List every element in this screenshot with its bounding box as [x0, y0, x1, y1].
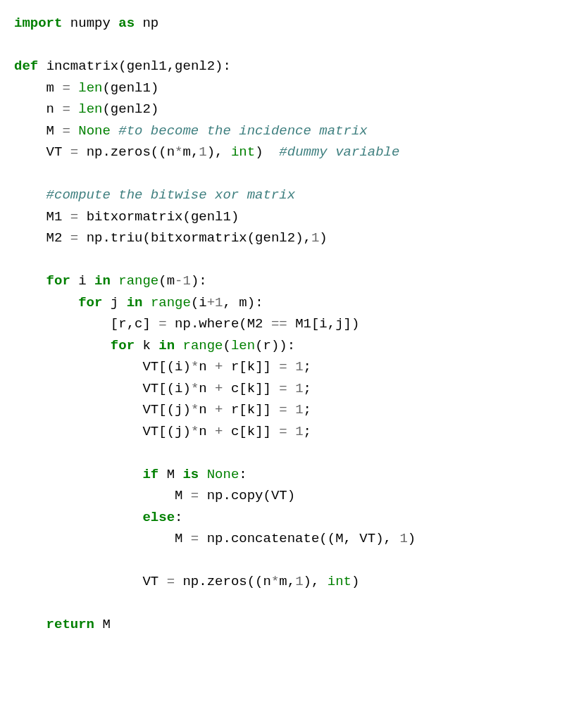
- paren-close: ): [351, 574, 359, 589]
- paren-close: ): [247, 295, 255, 310]
- comma: ,: [344, 531, 351, 546]
- paren-open: (: [328, 531, 335, 546]
- paren-close: ): [304, 574, 311, 589]
- comma: ,: [167, 58, 175, 74]
- var-VT: VT: [46, 144, 63, 160]
- rbracket: ]: [263, 402, 271, 418]
- lbracket: [: [239, 359, 247, 375]
- lbracket: [: [239, 381, 247, 396]
- var-c: c: [231, 424, 239, 439]
- lit-1: 1: [199, 144, 206, 160]
- var-k: k: [247, 359, 255, 375]
- lbracket: [: [158, 424, 166, 439]
- semi: ;: [304, 381, 311, 396]
- paren-close: ): [207, 144, 215, 160]
- star: *: [175, 144, 182, 160]
- bi-int: int: [231, 144, 255, 160]
- comment-dummy: #dummy variable: [279, 144, 399, 160]
- paren-open: (: [167, 424, 175, 439]
- kw-for: for: [46, 273, 70, 289]
- arg-genl1: genl1: [127, 58, 167, 74]
- eq: =: [191, 488, 199, 503]
- star: *: [271, 574, 279, 589]
- kw-in: in: [158, 338, 175, 353]
- paren-open: (: [118, 58, 126, 74]
- lbracket: [: [239, 424, 247, 439]
- lit-1: 1: [295, 381, 303, 396]
- paren-close: ): [375, 531, 383, 546]
- paren-open: (: [263, 488, 271, 503]
- paren-open: (: [158, 273, 166, 289]
- lbracket: [: [111, 316, 118, 332]
- kw-none: None: [78, 123, 111, 139]
- kw-for: for: [78, 295, 102, 310]
- comment-incidence: #to become the incidence matrix: [118, 123, 367, 139]
- paren-close: ): [279, 338, 287, 353]
- paren-open: (: [182, 209, 190, 225]
- lit-1: 1: [183, 273, 191, 289]
- bi-len: len: [78, 101, 102, 117]
- var-n: n: [46, 101, 54, 117]
- var-M2: M2: [247, 316, 263, 332]
- arg-genl1: genl1: [191, 209, 231, 225]
- arg-genl2: genl2: [255, 230, 295, 246]
- paren-open: (: [239, 316, 247, 332]
- var-VT: VT: [142, 574, 158, 589]
- kw-def: def: [14, 58, 38, 74]
- colon: :: [255, 295, 263, 310]
- comma: ,: [328, 316, 335, 332]
- var-n: n: [199, 381, 206, 396]
- plus: +: [215, 424, 223, 439]
- paren-open: (: [142, 230, 150, 246]
- lit-1: 1: [311, 230, 319, 246]
- var-VT: VT: [142, 359, 158, 375]
- kw-is: is: [182, 467, 199, 482]
- fn-name: incmatrix: [46, 58, 119, 74]
- rbracket: ]: [255, 359, 263, 375]
- comma: ,: [191, 144, 199, 160]
- var-r: r: [231, 402, 239, 418]
- rbracket: ]: [263, 359, 271, 375]
- lit-1: 1: [295, 424, 303, 439]
- var-r: r: [263, 338, 271, 353]
- lbracket: [: [158, 381, 166, 396]
- lit-1: 1: [295, 359, 303, 375]
- var-m: m: [182, 144, 190, 160]
- paren-open: (: [255, 338, 263, 353]
- kw-none: None: [207, 467, 239, 482]
- var-M: M: [175, 531, 182, 546]
- arg-genl2: genl2: [175, 58, 215, 74]
- alias-np: np: [142, 15, 158, 31]
- var-n: n: [167, 144, 175, 160]
- paren-open: (: [167, 359, 175, 375]
- bi-int: int: [328, 574, 351, 589]
- var-M: M: [175, 488, 182, 503]
- paren-open: (: [102, 101, 110, 117]
- eq: =: [279, 424, 287, 439]
- var-M: M: [102, 617, 110, 632]
- paren-close: ): [182, 381, 190, 396]
- paren-open: (: [167, 381, 175, 396]
- plus: +: [215, 359, 223, 375]
- var-c: c: [231, 381, 239, 396]
- comma: ,: [127, 316, 135, 332]
- kw-else: else: [142, 510, 175, 525]
- var-j: j: [175, 402, 182, 418]
- kw-for: for: [111, 338, 135, 353]
- fn-bxm: bitxormatrix: [151, 230, 247, 246]
- var-M2: M2: [46, 230, 63, 246]
- paren-close: ): [255, 144, 263, 160]
- paren-open: (: [247, 230, 255, 246]
- eq: =: [62, 123, 70, 139]
- var-k: k: [247, 381, 255, 396]
- np-where: np.where: [175, 316, 239, 332]
- colon: :: [199, 273, 206, 289]
- paren-close: ): [231, 209, 239, 225]
- paren-close: ): [182, 424, 190, 439]
- paren-open: (: [167, 402, 175, 418]
- var-VT: VT: [142, 424, 158, 439]
- star: *: [191, 424, 199, 439]
- bi-range: range: [118, 273, 158, 289]
- var-m: m: [279, 574, 287, 589]
- paren-open: (: [191, 295, 199, 310]
